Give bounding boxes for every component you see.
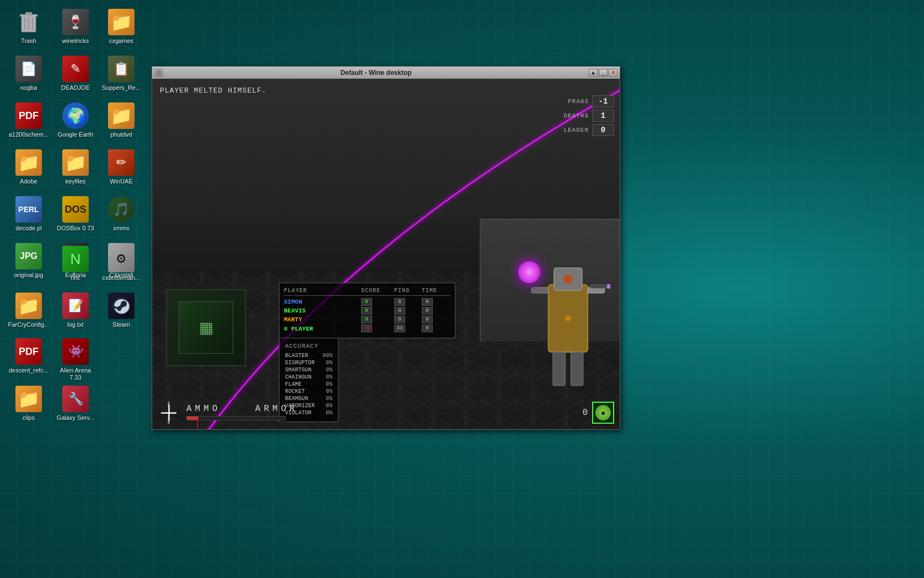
wine-window: Default - Wine desktop ▲ _ ✕: [152, 66, 620, 430]
folder-icon-phutdvd: 📁: [108, 102, 135, 129]
acc-pct-beamgun: 0%: [326, 396, 332, 402]
icon-clips[interactable]: 📁 clips: [6, 382, 52, 432]
suppers-label: Suppers_Re...: [102, 84, 141, 91]
scoreboard: PLAYER SCORE PING TIME SIMON 0 0 0 BEAVI…: [279, 283, 455, 338]
xmms-icon: 🎵: [108, 196, 135, 223]
logtxt-icon: 📝: [62, 293, 89, 319]
google-earth-label: Google Earth: [58, 131, 94, 138]
score-val-marty: 0: [361, 316, 372, 323]
clips-label: clips: [23, 414, 35, 422]
icon-galaxy-srv[interactable]: 🔧 Galaxy Serv...: [52, 382, 99, 432]
acc-weapon-smartgun: SMARTGUN: [285, 367, 311, 373]
icon-alien-arena[interactable]: 👾 Alien Arena 7.33: [52, 335, 99, 385]
icon-nhc[interactable]: N nhc: [52, 242, 99, 292]
folder-icon-cxgames: 📁: [108, 9, 135, 35]
icon-nogba[interactable]: 📄 nogba: [6, 52, 52, 102]
hud-message: PLAYER MELTED HIMSELF.: [160, 87, 267, 95]
icon-suppers[interactable]: 📋 Suppers_Re...: [98, 52, 144, 102]
game-box: ▦: [166, 289, 245, 366]
icon-steam[interactable]: Steam: [98, 289, 144, 339]
acc-pct-rocket: 0%: [326, 388, 332, 395]
descent-label: descent_refc...: [9, 367, 49, 374]
galaxy-srv-icon: 🔧: [62, 386, 89, 412]
acc-rocket: ROCKET 0%: [285, 388, 332, 395]
folder-icon-adobe: 📁: [15, 149, 42, 176]
score-ping-beavis: 0: [394, 307, 405, 315]
score-ping-simon: 0: [394, 298, 405, 306]
pdf-icon-a1200: PDF: [15, 102, 42, 129]
hud-frags-value: -1: [592, 95, 614, 107]
icon-keyfiles[interactable]: 📁 keyfiles: [52, 146, 99, 196]
restore-button[interactable]: ▲: [589, 69, 598, 77]
acc-pct-smartgun: 0%: [326, 367, 332, 373]
acc-weapon-rocket: ROCKET: [285, 388, 305, 395]
icon-cxgames[interactable]: 📁 cxgames: [98, 6, 144, 55]
suppers-icon: 📋: [108, 56, 135, 82]
score-row-beavis: BEAVIS 0 0 0: [284, 307, 450, 315]
icon-phutdvd[interactable]: 📁 phutdvd: [98, 99, 144, 149]
hud-right-icons: 0 ●: [582, 402, 614, 424]
acc-weapon-beamgun: BEAMGUN: [285, 396, 308, 402]
icon-descent[interactable]: PDF descent_refc...: [6, 335, 52, 385]
perl-icon: PERL: [15, 196, 42, 223]
acc-pct-flame: 0%: [326, 381, 332, 387]
xmms-label: xmms: [113, 225, 129, 232]
hud-weapon-icon: ●: [592, 402, 614, 424]
hud-stats: FRAGS -1 DEATHS 1 LEADER 0: [563, 95, 614, 138]
google-earth-icon: 🌍: [62, 102, 89, 129]
acc-disruptor: DISRUPTOR 0%: [285, 360, 332, 366]
icon-farcry[interactable]: 📁 FarCryConfig...: [6, 289, 52, 339]
winetricks-icon: 🍷: [62, 9, 89, 35]
acc-flame: FLAME 0%: [285, 381, 332, 387]
titlebar-system-menu[interactable]: [154, 69, 163, 77]
hud-crosshair: [158, 402, 180, 424]
svg-rect-19: [553, 352, 565, 386]
acc-chaingun: CHAINGUN 0%: [285, 374, 332, 380]
window-title: Default - Wine desktop: [163, 69, 589, 77]
acc-pct-chaingun: 0%: [326, 374, 332, 380]
icon-google-earth[interactable]: 🌍 Google Earth: [52, 99, 99, 149]
hud-deaths-label: DEATHS: [563, 112, 589, 119]
hud-deaths-value: 1: [592, 110, 614, 122]
icon-winetricks[interactable]: 🍷 winetricks: [52, 6, 99, 55]
icon-trash[interactable]: Trash: [6, 6, 52, 55]
trash-label: Trash: [21, 37, 36, 45]
alien-arena-icon: 👾: [62, 338, 89, 365]
icon-logtxt[interactable]: 📝 log.txt: [52, 289, 99, 339]
icon-decode[interactable]: PERL decode.pl: [6, 193, 52, 242]
scoreboard-header: PLAYER SCORE PING TIME: [284, 288, 450, 296]
steam-label: Steam: [112, 321, 130, 328]
icon-dosbox[interactable]: DOS DOSBox 0.73: [52, 193, 99, 242]
score-name-player: ⊙ PLAYER: [284, 325, 361, 332]
icon-a1200[interactable]: PDF a1200schem...: [6, 99, 52, 149]
pdf-icon-descent: PDF: [15, 338, 42, 365]
jpg-icon: JPG: [15, 243, 42, 269]
logtxt-label: log.txt: [67, 321, 83, 328]
svg-rect-2: [25, 12, 32, 15]
nhc-icon: N: [62, 246, 89, 272]
hud-leader-label: LEADER: [563, 127, 589, 133]
score-name-marty: MARTY: [284, 316, 361, 323]
cxbottleman-icon: ⚙: [108, 246, 135, 272]
deadjoe-icon: ✎: [62, 56, 89, 82]
icon-adobe[interactable]: 📁 Adobe: [6, 146, 52, 196]
accuracy-title: ACCURACY: [285, 343, 332, 349]
acc-weapon-blaster: BLASTER: [285, 353, 308, 359]
col-score: SCORE: [361, 288, 394, 294]
hud-weapon-num: 0: [582, 408, 588, 418]
icon-cxbottleman[interactable]: ⚙ cxbottleman...: [98, 242, 144, 292]
icon-deadjoe[interactable]: ✎ DEADJOE: [52, 52, 99, 102]
minimize-button[interactable]: _: [599, 69, 608, 77]
nogba-label: nogba: [20, 84, 37, 91]
game-viewport[interactable]: ▦: [152, 79, 620, 429]
icon-xmms[interactable]: 🎵 xmms: [98, 193, 144, 242]
dosbox-label: DOSBox 0.73: [57, 225, 94, 232]
dosbox-icon: DOS: [62, 196, 89, 223]
icon-winuae[interactable]: ✏ WinUAE: [98, 146, 144, 196]
icon-originaljpg[interactable]: JPG original.jpg: [6, 240, 52, 289]
winetricks-label: winetricks: [62, 37, 89, 45]
nhc-label: nhc: [71, 274, 80, 282]
close-button[interactable]: ✕: [609, 69, 617, 77]
score-val-simon: 0: [361, 298, 372, 306]
svg-point-15: [564, 275, 573, 284]
